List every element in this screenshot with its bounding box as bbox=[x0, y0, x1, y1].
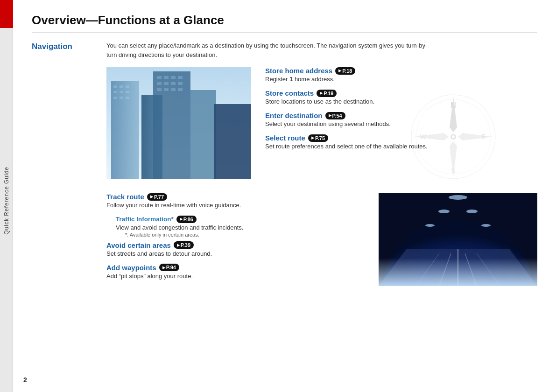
sidebar-red-bar bbox=[0, 0, 13, 28]
feature-track-route-badge[interactable]: P.77 bbox=[147, 193, 167, 201]
svg-line-47 bbox=[416, 253, 439, 286]
feature-track-route-desc: Follow your route in real-time with voic… bbox=[106, 202, 365, 209]
svg-point-40 bbox=[452, 135, 455, 138]
svg-rect-20 bbox=[164, 82, 169, 85]
svg-rect-15 bbox=[157, 76, 162, 79]
svg-marker-32 bbox=[414, 133, 449, 140]
svg-rect-25 bbox=[171, 88, 176, 91]
page-title: Overview—Functions at a Glance bbox=[32, 13, 537, 33]
svg-rect-12 bbox=[113, 97, 117, 99]
building-image bbox=[106, 67, 251, 179]
svg-rect-24 bbox=[164, 88, 169, 91]
svg-rect-3 bbox=[153, 71, 190, 179]
navigation-description: You can select any place/landmark as a d… bbox=[106, 41, 433, 59]
navigation-content: You can select any place/landmark as a d… bbox=[106, 41, 537, 286]
feature-store-contacts-title[interactable]: Store contacts P.19 bbox=[265, 89, 337, 97]
feature-store-contacts-badge[interactable]: P.19 bbox=[317, 90, 337, 97]
feature-track-route-title[interactable]: Track route P.77 bbox=[106, 193, 167, 201]
svg-marker-31 bbox=[458, 133, 493, 140]
svg-rect-5 bbox=[214, 104, 251, 179]
bottom-section: Track route P.77 Follow your route in re… bbox=[106, 193, 537, 286]
tunnel-svg bbox=[379, 193, 537, 286]
building-svg bbox=[106, 67, 251, 179]
svg-text:W: W bbox=[420, 133, 426, 140]
svg-rect-54 bbox=[379, 193, 537, 286]
feature-store-home-badge[interactable]: P.18 bbox=[335, 67, 355, 75]
feature-store-home-title[interactable]: Store home address P.18 bbox=[265, 67, 355, 75]
top-section: N S E W Stor bbox=[106, 67, 537, 179]
feature-avoid-areas-desc: Set streets and areas to detour around. bbox=[106, 250, 365, 257]
svg-rect-10 bbox=[120, 91, 123, 93]
feature-select-route-badge[interactable]: P.75 bbox=[308, 134, 328, 142]
svg-line-34 bbox=[425, 97, 453, 109]
feature-traffic-info-badge[interactable]: P.86 bbox=[176, 216, 197, 223]
svg-text:N: N bbox=[450, 101, 456, 109]
svg-rect-22 bbox=[178, 82, 183, 85]
feature-traffic-info: Traffic Information* P.86 View and avoid… bbox=[116, 215, 365, 238]
svg-line-46 bbox=[465, 253, 477, 286]
svg-rect-17 bbox=[171, 76, 176, 79]
compass-svg: N S E W bbox=[407, 90, 500, 183]
feature-traffic-info-title[interactable]: Traffic Information* P.86 bbox=[116, 216, 197, 223]
svg-rect-7 bbox=[120, 85, 123, 88]
page-number: 2 bbox=[23, 376, 27, 384]
svg-rect-16 bbox=[164, 76, 169, 79]
feature-add-waypoints-badge[interactable]: P.94 bbox=[159, 264, 179, 271]
svg-rect-18 bbox=[178, 76, 183, 79]
feature-traffic-info-desc: View and avoid congestion and traffic in… bbox=[116, 224, 365, 231]
svg-rect-19 bbox=[157, 82, 162, 85]
main-content: Overview—Functions at a Glance Navigatio… bbox=[13, 0, 556, 392]
feature-enter-destination-title[interactable]: Enter destination P.54 bbox=[265, 112, 345, 119]
feature-avoid-areas: Avoid certain areas P.39 Set streets and… bbox=[106, 241, 365, 257]
feature-avoid-areas-title[interactable]: Avoid certain areas P.39 bbox=[106, 241, 194, 249]
compass-container: N S E W bbox=[407, 90, 500, 183]
navigation-label: Navigation bbox=[32, 42, 72, 51]
sidebar: Quick Reference Guide bbox=[0, 0, 13, 392]
feature-track-route: Track route P.77 Follow your route in re… bbox=[106, 193, 365, 209]
svg-rect-8 bbox=[126, 85, 129, 88]
svg-rect-6 bbox=[113, 85, 117, 88]
svg-rect-11 bbox=[126, 91, 129, 93]
svg-rect-4 bbox=[190, 90, 216, 179]
feature-select-route-title[interactable]: Select route P.75 bbox=[265, 134, 328, 142]
feature-add-waypoints-title[interactable]: Add waypoints P.94 bbox=[106, 264, 179, 272]
navigation-section: Navigation You can select any place/land… bbox=[32, 41, 537, 286]
svg-rect-9 bbox=[113, 91, 117, 93]
svg-rect-1 bbox=[111, 81, 139, 179]
svg-text:E: E bbox=[481, 133, 486, 140]
sidebar-label: Quick Reference Guide bbox=[3, 167, 10, 235]
tunnel-image bbox=[379, 193, 537, 286]
feature-store-home-desc: Register 1 home address. bbox=[265, 76, 537, 83]
svg-rect-21 bbox=[171, 82, 176, 85]
svg-rect-23 bbox=[157, 88, 162, 91]
bottom-features: Track route P.77 Follow your route in re… bbox=[106, 193, 365, 286]
svg-line-45 bbox=[439, 253, 451, 286]
svg-line-33 bbox=[453, 97, 481, 109]
feature-store-home: Store home address P.18 Register 1 home … bbox=[265, 67, 537, 83]
svg-text:S: S bbox=[451, 167, 455, 175]
nav-label-container: Navigation bbox=[32, 41, 106, 286]
svg-rect-14 bbox=[126, 97, 129, 99]
svg-rect-26 bbox=[178, 88, 183, 91]
feature-enter-destination-badge[interactable]: P.54 bbox=[325, 112, 345, 119]
svg-line-48 bbox=[477, 253, 500, 286]
feature-traffic-info-note: *: Available only in certain areas. bbox=[125, 232, 365, 238]
feature-add-waypoints-desc: Add “pit stops” along your route. bbox=[106, 273, 365, 280]
svg-rect-13 bbox=[120, 97, 123, 99]
feature-add-waypoints: Add waypoints P.94 Add “pit stops” along… bbox=[106, 264, 365, 280]
feature-avoid-areas-badge[interactable]: P.39 bbox=[174, 241, 194, 249]
